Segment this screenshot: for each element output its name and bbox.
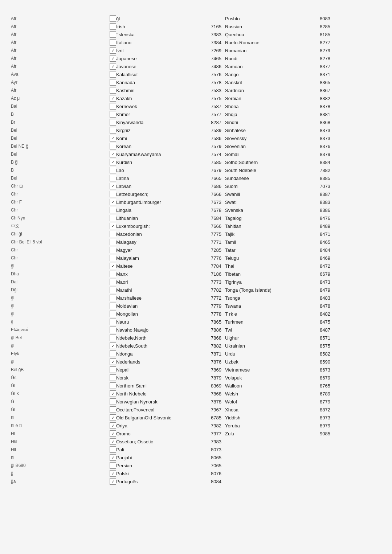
language-checkbox[interactable]: [110, 430, 116, 437]
language-checkbox[interactable]: [110, 263, 116, 269]
language-checkbox[interactable]: [110, 382, 116, 389]
language-code: 7686: [203, 184, 221, 189]
language-checkbox[interactable]: [110, 103, 116, 110]
language-name: Pali: [116, 447, 203, 452]
language-checkbox[interactable]: [110, 95, 116, 102]
language-checkbox[interactable]: [110, 191, 116, 197]
language-checkbox[interactable]: [110, 63, 116, 70]
language-name: Sindhi: [225, 120, 312, 125]
language-checkbox[interactable]: [110, 55, 116, 62]
language-checkbox[interactable]: [110, 167, 116, 173]
language-checkbox[interactable]: [110, 31, 116, 38]
list-item: Ğl: [11, 406, 116, 414]
list-item: Oromo7977: [116, 430, 221, 438]
language-checkbox[interactable]: [110, 414, 116, 421]
language-checkbox[interactable]: [110, 15, 116, 22]
language-checkbox[interactable]: [110, 223, 116, 229]
language-checkbox[interactable]: [110, 127, 116, 134]
language-checkbox[interactable]: [110, 342, 116, 349]
language-name: Kurdish: [116, 160, 203, 165]
language-checkbox[interactable]: [110, 47, 116, 54]
language-checkbox[interactable]: [110, 119, 116, 126]
language-name: Afr: [11, 64, 107, 69]
language-checkbox[interactable]: [110, 454, 116, 461]
language-checkbox[interactable]: [110, 295, 116, 301]
language-checkbox[interactable]: [110, 287, 116, 293]
language-checkbox[interactable]: [110, 135, 116, 141]
language-checkbox[interactable]: [110, 446, 116, 453]
language-checkbox[interactable]: [110, 438, 116, 445]
list-item: ğ: [11, 318, 116, 326]
language-checkbox[interactable]: [110, 271, 116, 277]
language-code: 8383: [312, 200, 330, 205]
language-name: Bel ğB: [11, 367, 107, 372]
language-checkbox[interactable]: [110, 470, 116, 477]
language-name: Bel NE ǧ: [11, 144, 107, 149]
list-item: Afr: [11, 30, 116, 38]
language-name: Moldavian: [116, 303, 203, 309]
language-checkbox[interactable]: [110, 335, 116, 341]
language-checkbox[interactable]: [110, 87, 116, 94]
language-name: Ava: [11, 72, 107, 77]
language-name: 中文: [11, 223, 107, 229]
list-item: Elyk: [11, 350, 116, 358]
language-checkbox[interactable]: [110, 303, 116, 309]
language-checkbox[interactable]: [110, 159, 116, 165]
language-checkbox[interactable]: [110, 239, 116, 245]
language-checkbox[interactable]: [110, 207, 116, 213]
list-item: Swahili8387: [225, 190, 330, 198]
language-checkbox[interactable]: [110, 215, 116, 221]
language-checkbox[interactable]: [110, 39, 116, 46]
list-item: Russian8285: [225, 22, 330, 30]
language-name: Slovensky: [225, 136, 312, 141]
language-checkbox[interactable]: [110, 422, 116, 429]
language-code: 7589: [203, 128, 221, 133]
language-name: Tswana: [225, 303, 312, 309]
language-checkbox[interactable]: [110, 374, 116, 381]
language-name: Tsonga: [225, 295, 312, 301]
language-code: 7773: [203, 279, 221, 285]
language-code: 8571: [312, 335, 330, 341]
list-item: Korean7579: [116, 142, 221, 150]
language-checkbox[interactable]: [110, 79, 116, 86]
language-checkbox[interactable]: [110, 478, 116, 485]
language-checkbox[interactable]: [110, 311, 116, 317]
language-checkbox[interactable]: [110, 358, 116, 365]
language-code: 8373: [312, 136, 330, 141]
language-name: ğl: [11, 303, 107, 308]
list-item: Marathi7782: [116, 286, 221, 294]
language-checkbox[interactable]: [110, 255, 116, 261]
language-name: Ελληνικά: [11, 327, 107, 332]
language-name: Afr: [11, 56, 107, 61]
language-code: 8377: [312, 64, 330, 69]
language-name: Ndebele,South: [116, 343, 203, 349]
language-checkbox[interactable]: [110, 143, 116, 149]
language-checkbox[interactable]: [110, 175, 116, 181]
language-checkbox[interactable]: [110, 366, 116, 373]
language-checkbox[interactable]: [110, 319, 116, 325]
language-checkbox[interactable]: [110, 327, 116, 333]
language-checkbox[interactable]: [110, 151, 116, 157]
language-checkbox[interactable]: [110, 231, 116, 237]
language-name: Dğl: [11, 287, 107, 292]
list-item: Chl ğl: [11, 230, 116, 238]
list-item: Tatar8484: [225, 246, 330, 254]
language-checkbox[interactable]: [110, 247, 116, 253]
language-name: Latina: [116, 176, 203, 181]
language-checkbox[interactable]: [110, 111, 116, 118]
language-checkbox[interactable]: [110, 23, 116, 30]
language-name: Malayalam: [116, 255, 203, 261]
language-checkbox[interactable]: [110, 390, 116, 397]
language-name: Quechua: [225, 32, 312, 37]
language-checkbox[interactable]: [110, 199, 116, 205]
language-name: Português: [116, 479, 203, 484]
language-checkbox[interactable]: [110, 406, 116, 413]
language-checkbox[interactable]: [110, 462, 116, 469]
language-checkbox[interactable]: [110, 350, 116, 357]
language-checkbox[interactable]: [110, 71, 116, 78]
language-name: Elyk: [11, 351, 107, 356]
language-checkbox[interactable]: [110, 398, 116, 405]
language-checkbox[interactable]: [110, 183, 116, 189]
language-checkbox[interactable]: [110, 279, 116, 285]
language-name: Sundanese: [225, 176, 312, 181]
